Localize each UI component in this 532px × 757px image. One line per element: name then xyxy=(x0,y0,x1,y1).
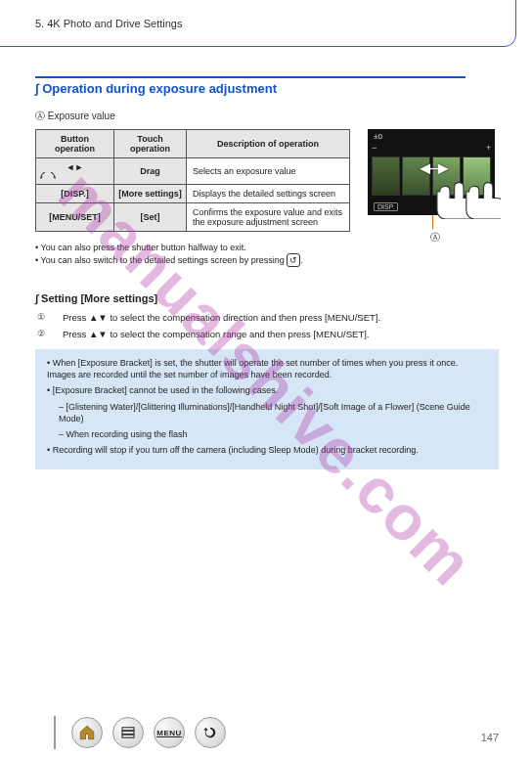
callout-a-label: Ⓐ xyxy=(430,231,440,245)
dial-icon xyxy=(40,172,56,180)
camera-plus: + xyxy=(486,143,491,153)
note-switch-detailed-post: . xyxy=(300,255,303,265)
note-switch-detailed-pre: You can also switch to the detailed sett… xyxy=(41,255,288,265)
note: [Exposure Bracket] cannot be used in the… xyxy=(47,384,487,396)
left-right-arrows-icon: ◄► xyxy=(66,162,84,172)
camera-disp-button: DISP. xyxy=(374,202,398,211)
table-row: [MENU/SET] [Set] Confirms the exposure v… xyxy=(36,203,350,232)
note: Recording will stop if you turn off the … xyxy=(47,444,487,456)
cell-touch: [Set] xyxy=(114,203,187,232)
note-exit-halfpress: You can also press the shutter button ha… xyxy=(41,243,246,252)
step-number-1-icon: ① xyxy=(35,312,47,324)
steps-list: ① Press ▲▼ to select the compensation di… xyxy=(35,312,499,339)
more-settings-heading: ∫ Setting [More settings] xyxy=(35,292,499,304)
exposure-value-label: Ⓐ A Exposure value Exposure value xyxy=(35,110,499,123)
camera-ev-label: ±0 xyxy=(374,132,382,141)
after-table-notes: • You can also press the shutter button … xyxy=(35,242,397,267)
cell-button: ◄► xyxy=(36,158,114,185)
contents-button[interactable] xyxy=(112,717,144,748)
table-header-row: Button operation Touch operation Descrip… xyxy=(36,130,350,158)
step-1: ① Press ▲▼ to select the compensation di… xyxy=(35,312,499,323)
step-2: ② Press ▲▼ to select the compensation ra… xyxy=(35,329,499,339)
cell-button: [DISP.] xyxy=(36,185,114,203)
bottom-nav: MENU xyxy=(54,716,226,749)
table-row: ◄► Drag Selects an exposure value xyxy=(36,158,350,185)
cell-desc: Confirms the exposure value and exits th… xyxy=(187,203,350,232)
home-icon xyxy=(78,724,96,741)
note-sub: – When recording using the flash xyxy=(47,428,487,440)
notes-box: When [Exposure Bracket] is set, the shut… xyxy=(35,349,499,469)
section-rule xyxy=(35,76,466,78)
back-icon xyxy=(201,724,219,741)
layers-icon xyxy=(119,724,137,741)
return-icon: ↺ xyxy=(287,253,300,267)
table-row: [DISP.] [More settings] Displays the det… xyxy=(36,185,350,203)
step-number-2-icon: ② xyxy=(35,329,47,340)
cell-touch: [More settings] xyxy=(114,185,187,203)
cell-touch: Drag xyxy=(114,158,187,185)
nav-divider xyxy=(54,716,56,749)
operations-table: Button operation Touch operation Descrip… xyxy=(35,129,350,232)
svg-rect-2 xyxy=(122,735,134,737)
col-button-op: Button operation xyxy=(36,130,114,158)
callout-line xyxy=(432,215,433,229)
page-number: 147 xyxy=(481,732,499,743)
svg-rect-1 xyxy=(122,732,134,735)
home-button[interactable] xyxy=(71,717,103,748)
note-sub: – [Glistening Water]/[Glittering Illumin… xyxy=(47,401,487,424)
camera-thumb xyxy=(372,156,400,196)
up-down-arrows-icon: ▲▼ xyxy=(89,329,108,339)
cell-desc: Selects an exposure value xyxy=(187,158,350,185)
back-button[interactable] xyxy=(195,717,226,748)
note: When [Exposure Bracket] is set, the shut… xyxy=(47,357,487,380)
cell-button: [MENU/SET] xyxy=(36,203,114,232)
svg-rect-0 xyxy=(122,728,134,731)
cell-desc: Displays the detailed settings screen xyxy=(187,185,350,203)
col-touch-op: Touch operation xyxy=(114,130,187,158)
breadcrumb: 5. 4K Photo and Drive Settings xyxy=(35,18,182,29)
up-down-arrows-icon: ▲▼ xyxy=(89,312,108,323)
camera-minus: − xyxy=(372,143,377,153)
hands-icon xyxy=(426,164,501,219)
section-title: ∫ Operation during exposure adjustment xyxy=(35,81,499,96)
col-desc: Description of operation xyxy=(187,130,350,158)
camera-screenshot-wrap: ±0 − + ◄─► DISP. xyxy=(368,129,495,215)
menu-button[interactable]: MENU xyxy=(154,717,185,748)
camera-screenshot: ±0 − + ◄─► DISP. xyxy=(368,129,495,215)
